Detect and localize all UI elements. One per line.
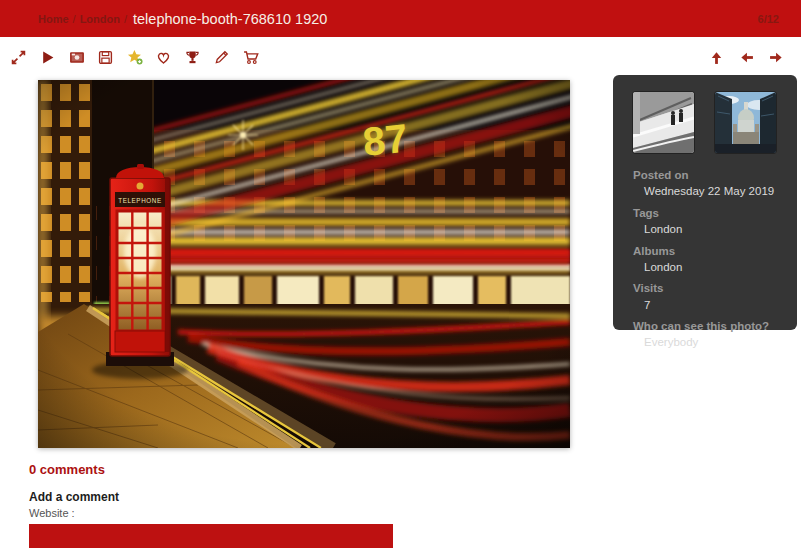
- photo-counter: 6/12: [758, 13, 779, 25]
- telephone-booth-photo: 87 87: [38, 80, 570, 448]
- info-visibility: Who can see this photo? Everybody: [633, 319, 787, 350]
- breadcrumb-london[interactable]: London: [80, 13, 120, 25]
- top-bar: Home / London / telephone-booth-768610 1…: [0, 0, 801, 37]
- info-value: Everybody: [633, 335, 787, 349]
- underground-thumbnail[interactable]: [633, 92, 694, 153]
- info-label: Visits: [633, 281, 787, 295]
- heart-icon[interactable]: [155, 49, 172, 66]
- previous-arrow-icon[interactable]: [738, 49, 755, 66]
- next-arrow-icon[interactable]: [768, 49, 785, 66]
- info-posted-on: Posted on Wednesday 22 May 2019: [633, 168, 787, 199]
- info-value: 7: [633, 298, 787, 312]
- breadcrumb-home[interactable]: Home: [38, 13, 69, 25]
- info-label: Tags: [633, 206, 787, 220]
- cart-icon[interactable]: [242, 49, 259, 66]
- trophy-icon[interactable]: [184, 49, 201, 66]
- info-visits: Visits 7: [633, 281, 787, 312]
- info-label: Albums: [633, 244, 787, 258]
- info-value: Wednesday 22 May 2019: [633, 184, 787, 198]
- photo-sizes-icon[interactable]: [10, 49, 27, 66]
- st-pauls-thumbnail[interactable]: [715, 92, 776, 153]
- slideshow-icon[interactable]: [39, 49, 56, 66]
- related-thumbnails: [633, 92, 787, 153]
- up-arrow-icon[interactable]: [708, 49, 725, 66]
- edit-icon[interactable]: [213, 49, 230, 66]
- add-favorite-icon[interactable]: [126, 49, 143, 66]
- album-link[interactable]: London: [633, 260, 787, 274]
- info-tags: Tags London: [633, 206, 787, 237]
- page-title: telephone-booth-768610 1920: [133, 11, 327, 27]
- download-icon[interactable]: [97, 49, 114, 66]
- website-label: Website :: [29, 507, 75, 519]
- comments-count: 0 comments: [29, 462, 105, 477]
- metadata-icon[interactable]: [68, 49, 85, 66]
- info-albums: Albums London: [633, 244, 787, 275]
- breadcrumb-separator: /: [73, 13, 76, 25]
- main-photo[interactable]: 87 87: [38, 80, 570, 448]
- photo-toolbar: [0, 37, 801, 77]
- toolbar-navigation: [708, 49, 785, 66]
- photo-metadata: Posted on Wednesday 22 May 2019 Tags Lon…: [633, 168, 787, 350]
- photo-info-sidebar: Posted on Wednesday 22 May 2019 Tags Lon…: [613, 75, 797, 330]
- toolbar-actions: [10, 49, 259, 66]
- tag-link[interactable]: London: [633, 222, 787, 236]
- info-label: Who can see this photo?: [633, 319, 787, 333]
- add-comment-heading: Add a comment: [29, 490, 119, 504]
- info-label: Posted on: [633, 168, 787, 182]
- website-input[interactable]: [29, 524, 393, 548]
- breadcrumb-separator: /: [124, 13, 127, 25]
